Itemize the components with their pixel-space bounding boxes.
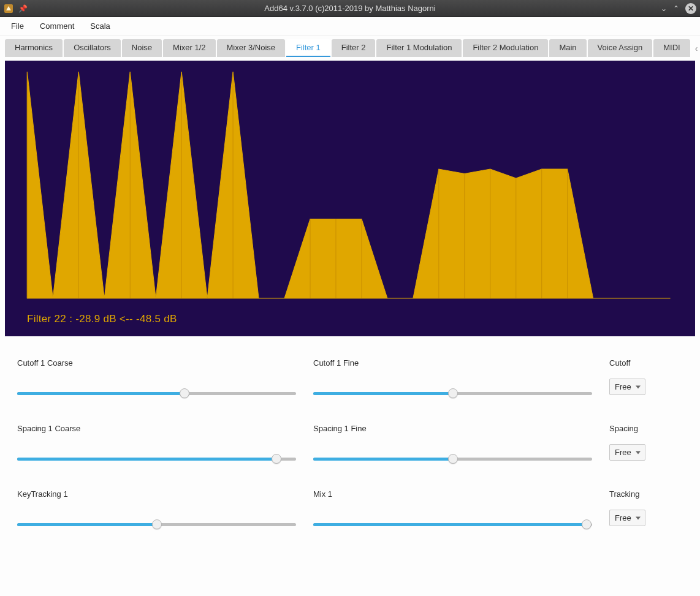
spacing-1-fine-slider-fill — [313, 458, 453, 461]
tab-noise[interactable]: Noise — [122, 39, 162, 57]
tab-oscillators[interactable]: Oscillators — [64, 39, 121, 57]
spacing-1-coarse-slider[interactable] — [17, 453, 296, 465]
mix-1-slider-thumb[interactable] — [582, 519, 592, 529]
keytracking-1-slider-label: KeyTracking 1 — [17, 489, 296, 499]
cutoff-1-fine-slider-label: Cutoff 1 Fine — [313, 358, 592, 368]
menu-scala[interactable]: Scala — [84, 19, 116, 33]
controls-grid: Cutoff 1 CoarseCutoff 1 FineCutoffFreeSp… — [5, 336, 695, 530]
close-icon[interactable]: ✕ — [685, 3, 696, 14]
filter-graph — [16, 72, 684, 325]
menubar: File Comment Scala — [0, 17, 700, 36]
spacing-mode-select[interactable]: Free — [609, 444, 645, 461]
cutoff-1-coarse-slider[interactable] — [17, 387, 296, 399]
filter-visualization[interactable]: Filter 22 : -28.9 dB <-- -48.5 dB — [5, 61, 695, 336]
cutoff-1-coarse-slider-fill — [17, 392, 185, 395]
window-title: Add64 v.3.7.0 (c)2011-2019 by Matthias N… — [264, 4, 435, 13]
tab-harmonics[interactable]: Harmonics — [5, 39, 63, 57]
tab-filter-1-modulation[interactable]: Filter 1 Modulation — [376, 39, 462, 57]
spacing-1-coarse-slider-label: Spacing 1 Coarse — [17, 424, 296, 433]
tab-row: Harmonics Oscillators Noise Mixer 1/2 Mi… — [0, 36, 700, 57]
app-icon — [4, 4, 13, 13]
cutoff-1-fine-slider-fill — [313, 392, 453, 395]
tab-mixer-3-noise[interactable]: Mixer 3/Noise — [217, 39, 285, 57]
spacing-mode-label: Spacing — [609, 424, 638, 433]
mix-1-slider-fill — [313, 523, 587, 526]
tracking-mode-select[interactable]: Free — [609, 510, 645, 526]
keytracking-1-slider-thumb[interactable] — [152, 519, 162, 529]
keytracking-1-slider-fill — [17, 523, 157, 526]
spacing-1-coarse-slider-fill — [17, 458, 276, 461]
menu-file[interactable]: File — [5, 19, 30, 33]
filter-status-text: Filter 22 : -28.9 dB <-- -48.5 dB — [27, 313, 177, 325]
tab-midi[interactable]: MIDI — [653, 39, 690, 57]
cutoff-1-fine-slider-thumb[interactable] — [448, 388, 458, 398]
tab-filter-2-modulation[interactable]: Filter 2 Modulation — [463, 39, 548, 57]
filter-response-shape — [27, 72, 670, 298]
cutoff-mode-select[interactable]: Free — [609, 379, 645, 395]
cutoff-1-coarse-slider-label: Cutoff 1 Coarse — [17, 358, 296, 368]
tracking-mode-label: Tracking — [609, 489, 639, 499]
window-titlebar: 📌 Add64 v.3.7.0 (c)2011-2019 by Matthias… — [0, 0, 700, 17]
keytracking-1-slider[interactable] — [17, 518, 296, 530]
menu-comment[interactable]: Comment — [34, 19, 80, 33]
mix-1-slider[interactable] — [313, 518, 592, 530]
cutoff-1-coarse-slider-thumb[interactable] — [180, 388, 189, 398]
window-button-up-icon[interactable]: ⌃ — [673, 4, 679, 13]
cutoff-mode-label: Cutoff — [609, 358, 630, 368]
tab-voice-assign[interactable]: Voice Assign — [588, 39, 653, 57]
spacing-1-coarse-slider-thumb[interactable] — [272, 454, 281, 464]
spacing-1-fine-slider-label: Spacing 1 Fine — [313, 424, 592, 433]
tabs-scroll-left-icon[interactable]: ‹ — [694, 43, 699, 53]
tab-main[interactable]: Main — [549, 39, 586, 57]
spacing-1-fine-slider[interactable] — [313, 453, 592, 465]
pin-icon[interactable]: 📌 — [18, 4, 28, 13]
tab-filter-2[interactable]: Filter 2 — [332, 39, 376, 57]
mix-1-slider-label: Mix 1 — [313, 489, 592, 499]
spacing-1-fine-slider-thumb[interactable] — [448, 454, 458, 464]
cutoff-1-fine-slider[interactable] — [313, 387, 592, 399]
window-button-down-icon[interactable]: ⌄ — [661, 4, 667, 13]
tab-filter-1[interactable]: Filter 1 — [286, 39, 330, 57]
tab-mixer-1-2[interactable]: Mixer 1/2 — [163, 39, 215, 57]
